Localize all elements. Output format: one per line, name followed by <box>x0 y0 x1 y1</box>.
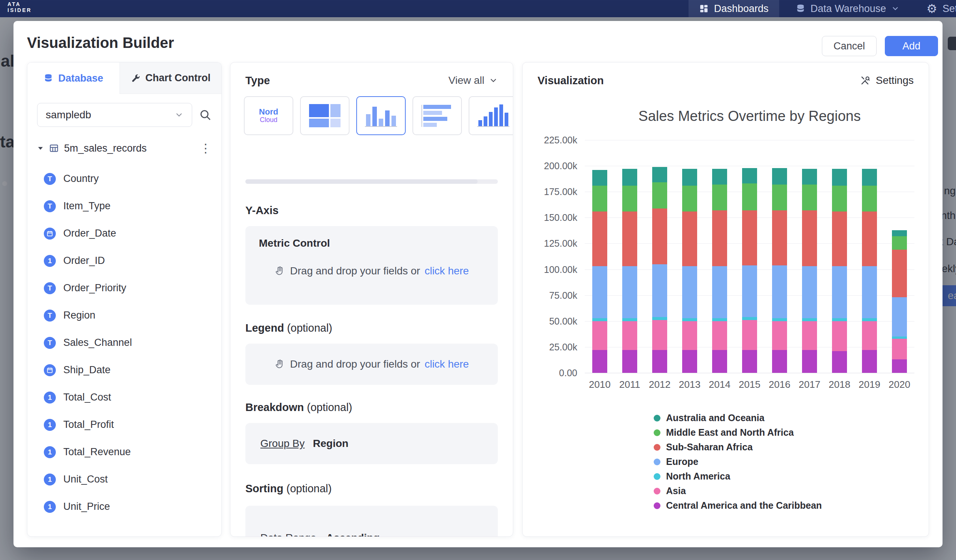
legend-item[interactable]: Sub-Saharan Africa <box>654 440 822 455</box>
stacked-bar-2013[interactable] <box>682 169 697 373</box>
metric-control-title: Metric Control <box>259 237 484 249</box>
tab-chart-control[interactable]: Chart Control <box>120 63 222 94</box>
scrollbar-thumb[interactable] <box>245 179 478 184</box>
legend-dot <box>654 458 660 465</box>
bar-segment <box>892 236 907 250</box>
chevron-down-icon <box>175 110 184 119</box>
search-icon[interactable] <box>199 108 212 121</box>
stacked-bar-2019[interactable] <box>862 169 877 373</box>
sorting-row[interactable]: Data Range Ascending <box>245 506 498 537</box>
view-all-label: View all <box>448 74 484 86</box>
bar-segment <box>712 210 727 266</box>
y-axis-tick: 75.00k <box>522 290 577 301</box>
table-tree-row[interactable]: 5m_sales_records ⋮ <box>27 140 222 157</box>
nav-dashboards[interactable]: Dashboards <box>689 0 779 17</box>
stacked-bar-2016[interactable] <box>772 168 787 373</box>
view-all-dropdown[interactable]: View all <box>448 74 498 86</box>
y-axis-tick: 150.00k <box>522 212 577 223</box>
field-item-total_cost[interactable]: 1Total_Cost <box>27 384 222 411</box>
field-item-total_revenue[interactable]: 1Total_Revenue <box>27 438 222 466</box>
field-item-order_id[interactable]: 1Order_ID <box>27 247 222 275</box>
legend-label: Asia <box>666 486 686 496</box>
cancel-button[interactable]: Cancel <box>822 36 877 56</box>
stacked-bar-2020[interactable] <box>892 230 907 373</box>
field-label: Unit_Price <box>63 501 110 513</box>
field-item-region[interactable]: TRegion <box>27 302 222 329</box>
stacked-bar-2010[interactable] <box>592 170 607 373</box>
legend-item[interactable]: Europe <box>654 455 822 469</box>
click-here-link[interactable]: click here <box>425 265 469 277</box>
bar-segment <box>832 186 847 212</box>
x-axis-label: 2016 <box>764 379 794 391</box>
legend-dot <box>654 488 660 494</box>
legend-item[interactable]: Central America and the Caribbean <box>654 498 822 513</box>
bar-segment <box>592 170 607 185</box>
viz-settings-button[interactable]: Settings <box>860 74 914 86</box>
hand-drag-icon <box>274 265 285 277</box>
legend-item[interactable]: Middle East and North Africa <box>654 425 822 440</box>
bar-segment <box>592 266 607 318</box>
field-item-unit_cost[interactable]: 1Unit_Cost <box>27 466 222 493</box>
stacked-bar-2017[interactable] <box>802 169 817 373</box>
bar-segment <box>682 350 697 373</box>
bar-slot <box>734 140 764 373</box>
date-field-icon <box>44 364 56 376</box>
text-field-icon: T <box>44 282 56 294</box>
group-by-value: Region <box>313 438 348 450</box>
legend-dropzone[interactable]: Drag and drop your fields or click here <box>245 344 498 385</box>
chart-type-column[interactable] <box>356 96 406 135</box>
bar-slot <box>704 140 734 373</box>
click-here-link[interactable]: click here <box>425 358 469 370</box>
bar-segment <box>862 186 877 212</box>
field-item-ship_date[interactable]: Ship_Date <box>27 356 222 384</box>
chart-type-histogram[interactable] <box>469 96 513 135</box>
legend-label: Europe <box>666 456 698 467</box>
group-by-label[interactable]: Group By <box>260 438 305 450</box>
legend-item[interactable]: North America <box>654 469 822 484</box>
table-name: 5m_sales_records <box>64 143 147 154</box>
datasource-select[interactable]: sampledb <box>37 103 192 127</box>
stacked-bar-2012[interactable] <box>652 167 667 373</box>
legend-item[interactable]: Australia and Oceania <box>654 411 822 425</box>
bar-segment <box>712 169 727 184</box>
field-item-unit_price[interactable]: 1Unit_Price <box>27 493 222 520</box>
bar-segment <box>652 264 667 317</box>
legend-item[interactable]: Asia <box>654 484 822 498</box>
field-item-order_date[interactable]: Order_Date <box>27 220 222 247</box>
field-item-total_profit[interactable]: 1Total_Profit <box>27 411 222 438</box>
breakdown-groupby-row[interactable]: Group By Region <box>245 423 498 464</box>
y-axis-tick: 200.00k <box>522 161 577 171</box>
stacked-bar-2018[interactable] <box>832 169 847 373</box>
nav-settings[interactable]: ⚙ Settings <box>916 0 956 17</box>
field-item-sales_channel[interactable]: TSales_Channel <box>27 329 222 356</box>
field-item-item_type[interactable]: TItem_Type <box>27 192 222 220</box>
sorting-field-label[interactable]: Data Range <box>260 532 316 537</box>
stacked-bar-2015[interactable] <box>742 168 757 373</box>
bar-segment <box>622 212 637 267</box>
nav-data-warehouse[interactable]: Data Warehouse <box>785 0 910 17</box>
bar-segment <box>712 350 727 373</box>
field-item-country[interactable]: TCountry <box>27 165 222 192</box>
bar-slot <box>585 140 615 373</box>
chart-type-treemap[interactable] <box>300 96 349 135</box>
table-menu-kebab-icon[interactable]: ⋮ <box>200 142 212 154</box>
add-button[interactable]: Add <box>885 36 938 56</box>
tab-database[interactable]: Database <box>27 63 120 94</box>
chart-type-bar[interactable] <box>412 96 462 135</box>
stacked-bar-2014[interactable] <box>712 169 727 373</box>
chart-type-word-cloud[interactable]: Nord Cloud <box>244 96 293 135</box>
x-axis-label: 2013 <box>675 379 704 391</box>
field-label: Order_Date <box>63 227 116 239</box>
number-field-icon: 1 <box>44 392 56 403</box>
field-item-order_priority[interactable]: TOrder_Priority <box>27 275 222 302</box>
bar-segment <box>772 350 787 373</box>
chart-type-scrollbar[interactable] <box>245 179 498 184</box>
bar-segment <box>622 266 637 318</box>
stacked-bar-2011[interactable] <box>622 169 637 373</box>
logo-line-1: ATA <box>8 1 32 7</box>
bar-segment <box>892 297 907 337</box>
metric-control-dropzone[interactable]: Metric Control Drag and drop your fields… <box>245 226 498 305</box>
field-label: Total_Cost <box>63 392 111 403</box>
text-field-icon: T <box>44 200 56 212</box>
visualization-title: Visualization <box>538 74 604 87</box>
